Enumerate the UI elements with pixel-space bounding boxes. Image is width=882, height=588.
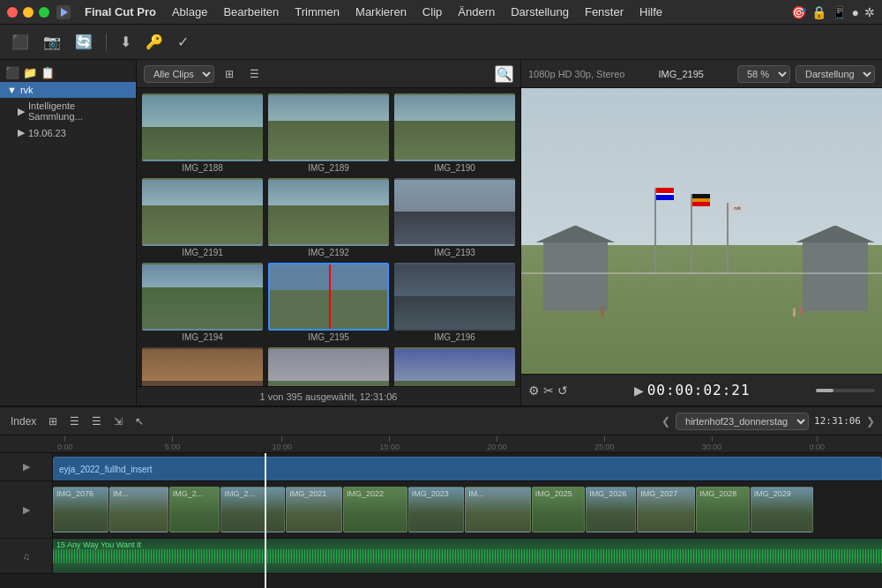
timeline-index-btn[interactable]: Index	[7, 413, 40, 429]
menu-hilfe[interactable]: Hilfe	[632, 4, 669, 20]
thumb-cell-IMG_2188[interactable]: IMG_2188	[140, 92, 265, 175]
browser-grid: IMG_2188IMG_2189IMG_2190IMG_2191IMG_2192…	[137, 88, 520, 386]
broll-clip-5[interactable]: IMG_2022	[343, 487, 407, 532]
menu-trimmen[interactable]: Trimmen	[288, 4, 347, 20]
menubar: Final Cut Pro Ablage Bearbeiten Trimmen …	[78, 4, 784, 20]
menu-ablage[interactable]: Ablage	[165, 4, 214, 20]
ruler-mark-10: 10:00	[273, 436, 293, 451]
track-icon-audio: ♫	[22, 551, 29, 562]
broll-content: IMG_2076IM...IMG_2...IMG_2...IMG_2021IMG…	[53, 481, 882, 538]
person-1	[601, 306, 604, 316]
sync-btn[interactable]: 🔄	[71, 31, 97, 53]
viewer-duration-bar[interactable]	[816, 389, 875, 392]
timeline-timecode: 12:31:06	[814, 415, 861, 427]
key-btn[interactable]: 🔑	[141, 31, 168, 53]
broll-clip-12[interactable]: IMG_2029	[751, 487, 813, 532]
thumb-cell-IMG_2192[interactable]: IMG_2192	[266, 176, 391, 259]
viewer-settings-btn[interactable]: ⚙	[528, 383, 540, 398]
library-btn[interactable]: ⬛	[7, 31, 34, 53]
broll-clip-thumb-6	[409, 496, 464, 532]
broll-clip-9[interactable]: IMG_2026	[586, 487, 636, 532]
broll-clip-thumb-4	[287, 496, 341, 532]
thumb-label-IMG_2190: IMG_2190	[394, 163, 515, 173]
timeline-next-btn[interactable]: ❯	[866, 415, 875, 428]
timeline-view-btn-3[interactable]: ☰	[88, 413, 105, 429]
flag-norway	[656, 188, 674, 200]
thumb-cell-IMG_2197[interactable]: IMG_2197	[140, 346, 265, 386]
timeline-select-btn[interactable]: ↖	[131, 413, 147, 429]
sidebar-item-intelligente[interactable]: ▶ Intelligente Sammlung...	[0, 98, 136, 124]
viewer-zoom-select[interactable]: 58 %	[737, 65, 790, 83]
check-btn[interactable]: ✓	[173, 31, 193, 53]
broll-clip-7[interactable]: IM...	[465, 487, 531, 532]
toolbar: ⬛ 📷 🔄 ⬇ 🔑 ✓	[0, 25, 882, 60]
broll-track: ▶ IMG_2076IM...IMG_2...IMG_2...IMG_2021I…	[0, 481, 882, 539]
broll-clip-4[interactable]: IMG_2021	[286, 487, 342, 532]
menu-markieren[interactable]: Markieren	[348, 4, 414, 20]
broll-clip-6[interactable]: IMG_2023	[408, 487, 465, 532]
thumb-img-IMG_2188	[142, 93, 263, 161]
browser-search-btn[interactable]: 🔍	[495, 65, 513, 83]
thumb-cell-IMG_2196[interactable]: IMG_2196	[392, 261, 517, 344]
ruler-mark-15: 15:00	[379, 436, 400, 451]
timeline-tracks: ▶ eyja_2022_fullhd_insert ▶ IMG_2076IM..…	[0, 453, 882, 588]
broll-clip-10[interactable]: IMG_2027	[637, 487, 695, 532]
thumb-cell-IMG_2193[interactable]: IMG_2193	[392, 176, 517, 259]
browser-view-btn-2[interactable]: ☰	[244, 66, 265, 82]
menu-clip[interactable]: Clip	[415, 4, 449, 20]
main-clip[interactable]: eyja_2022_fullhd_insert	[53, 457, 882, 480]
thumb-cell-IMG_2194[interactable]: IMG_2194	[140, 261, 265, 344]
thumb-cell-IMG_2199[interactable]: IMG_2199	[392, 346, 517, 386]
menu-aendern[interactable]: Ändern	[451, 4, 502, 20]
timeline-prev-btn[interactable]: ❮	[662, 415, 670, 428]
close-button[interactable]	[7, 7, 18, 18]
sidebar-item-date-label: 19.06.23	[28, 128, 66, 138]
timeline-sequence-select[interactable]: hirtenhof23_donnerstag	[676, 413, 809, 430]
sidebar-icon-btn-1[interactable]: ⬛	[5, 66, 19, 79]
browser-view-btn-1[interactable]: ⊞	[220, 66, 239, 82]
titlebar: Final Cut Pro Ablage Bearbeiten Trimmen …	[0, 0, 882, 25]
broll-clip-8[interactable]: IMG_2025	[532, 487, 585, 532]
person-2	[799, 306, 803, 316]
sidebar-item-rvk[interactable]: ▼ rvk	[0, 82, 136, 98]
maximize-button[interactable]	[39, 7, 49, 18]
filter-select[interactable]: Alle Clips	[144, 65, 214, 83]
timeline-view-btn-2[interactable]: ☰	[66, 413, 83, 429]
menu-app-name[interactable]: Final Cut Pro	[78, 4, 163, 20]
thumb-img-IMG_2195	[268, 263, 389, 331]
main-content: ⬛ 📁 📋 ▼ rvk ▶ Intelligente Sammlung... ▶…	[0, 60, 882, 406]
viewer-play-btn[interactable]: ▶	[634, 383, 644, 398]
viewer-display-select[interactable]: Darstellung	[796, 65, 875, 83]
thumb-cell-IMG_2191[interactable]: IMG_2191	[140, 176, 265, 259]
thumb-cell-IMG_2198[interactable]: IMG_2198	[266, 346, 391, 386]
system-icon-2: 🔒	[811, 5, 826, 19]
broll-clip-thumb-2	[170, 496, 220, 532]
broll-clip-thumb-1	[110, 496, 168, 532]
broll-clip-11[interactable]: IMG_2028	[696, 487, 750, 532]
timeline-view-btn-1[interactable]: ⊞	[45, 413, 61, 429]
thumb-cell-IMG_2189[interactable]: IMG_2189	[266, 92, 391, 175]
thumb-img-IMG_2190	[394, 93, 515, 161]
sidebar-icon-btn-2[interactable]: 📁	[23, 66, 37, 79]
thumb-cell-IMG_2190[interactable]: IMG_2190	[392, 92, 517, 175]
sidebar-item-date[interactable]: ▶ 19.06.23	[0, 124, 136, 141]
playhead[interactable]	[265, 453, 266, 588]
media-import-btn[interactable]: 📷	[39, 31, 65, 53]
menu-fenster[interactable]: Fenster	[578, 4, 631, 20]
broll-clip-2[interactable]: IMG_2...	[169, 487, 220, 532]
minimize-button[interactable]	[23, 7, 34, 18]
timeline-expand-btn[interactable]: ⇲	[110, 413, 126, 429]
menu-bearbeiten[interactable]: Bearbeiten	[216, 4, 286, 20]
viewer-trim-btn[interactable]: ✂	[543, 383, 554, 398]
system-icons: 🎯 🔒 📱 ● ✲	[791, 5, 875, 19]
broll-clip-0[interactable]: IMG_2076	[53, 487, 108, 532]
browser-status-text: 1 von 395 ausgewählt, 12:31:06	[260, 391, 398, 402]
broll-clip-3[interactable]: IMG_2...	[220, 487, 285, 532]
viewer-transform-btn[interactable]: ↺	[557, 383, 568, 398]
menu-darstellung[interactable]: Darstellung	[504, 4, 576, 20]
track-icon-insert: ▶	[23, 461, 30, 473]
sidebar-icon-btn-3[interactable]: 📋	[41, 66, 55, 79]
broll-clip-1[interactable]: IM...	[109, 487, 168, 532]
thumb-cell-IMG_2195[interactable]: IMG_2195	[266, 261, 391, 344]
download-btn[interactable]: ⬇	[116, 31, 136, 53]
